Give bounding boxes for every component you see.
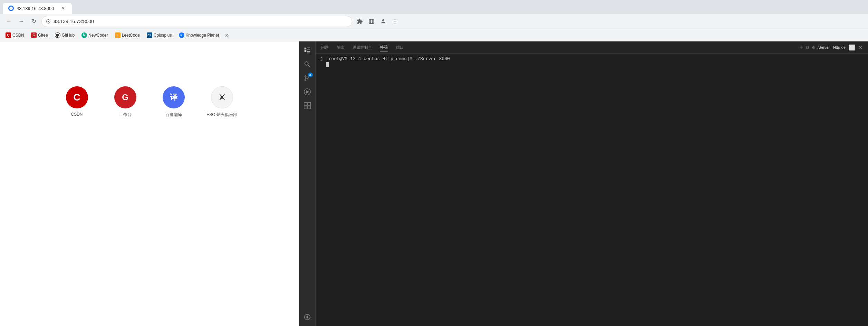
menu-button[interactable] <box>390 17 400 26</box>
svg-point-4 <box>395 19 395 20</box>
svg-point-3 <box>382 19 384 21</box>
lock-icon <box>46 19 51 24</box>
shortcut-eso-label: ESO 炉火俱乐部 <box>206 112 237 118</box>
tab-problems-label: 问题 <box>321 45 329 49</box>
terminal-title-text: ./Server - Http-de <box>817 45 846 49</box>
newcoder-favicon: N <box>81 32 87 38</box>
bookmark-newcoder[interactable]: N NewCoder <box>79 31 111 39</box>
svg-rect-12 <box>307 103 310 105</box>
svg-rect-1 <box>369 19 374 23</box>
svg-point-5 <box>395 21 395 21</box>
main-content: C CSDN G 工作台 译 百度翻译 ⚔ ESO 炉火俱乐部 <box>0 41 868 326</box>
bookmark-kplanet-label: Knowledge Planet <box>186 33 219 38</box>
terminal-cursor-spacer <box>320 63 323 66</box>
split-terminal-button[interactable]: ⧉ <box>806 45 809 50</box>
toolbar-actions <box>355 17 400 26</box>
svg-point-6 <box>395 23 395 23</box>
browser-toolbar: ← → ↻ 43.139.16.73:8000 <box>0 14 868 29</box>
svg-point-9 <box>305 76 306 77</box>
tab-output[interactable]: 输出 <box>337 44 345 51</box>
browser-page: C CSDN G 工作台 译 百度翻译 ⚔ ESO 炉火俱乐部 <box>0 41 299 326</box>
bookmark-github[interactable]: GitHub <box>52 31 77 39</box>
forward-button[interactable]: → <box>17 17 26 26</box>
browser-chrome: 43.139.16.73:8000 ✕ ← → ↻ 43.139.16.73:8… <box>0 0 868 41</box>
activity-icon-extensions[interactable] <box>301 99 314 112</box>
svg-point-7 <box>305 79 306 81</box>
bookmark-newcoder-label: NewCoder <box>88 33 108 38</box>
leetcode-favicon: L <box>115 32 120 38</box>
vscode-activity-bar: 3 <box>299 41 316 326</box>
shortcut-baidu[interactable]: 译 百度翻译 <box>153 83 194 121</box>
vscode-main: 问题 输出 调试控制台 终端 端口 + ⧉ ⊙ <box>316 41 868 326</box>
source-control-badge: 3 <box>308 73 313 77</box>
terminal-cursor <box>326 62 329 67</box>
tab-close-button[interactable]: ✕ <box>60 5 66 11</box>
cplusplus-favicon: C+ <box>147 32 152 38</box>
tab-favicon <box>8 6 14 11</box>
new-terminal-button[interactable]: + <box>799 44 803 51</box>
tab-terminal-label: 终端 <box>380 45 388 49</box>
csdn-favicon: C <box>6 32 11 38</box>
reload-button[interactable]: ↻ <box>29 17 39 26</box>
bookmark-cplusplus-label: Cplusplus <box>154 33 172 38</box>
active-tab[interactable]: 43.139.16.73:8000 ✕ <box>3 3 72 14</box>
tab-debug-console-label: 调试控制台 <box>353 45 372 49</box>
bookmarks-bar: C CSDN G Gitee GitHub N NewCoder L LeetC… <box>0 29 868 41</box>
terminal-indicator <box>320 57 323 61</box>
activity-icon-explorer[interactable] <box>301 44 314 57</box>
url-text: 43.139.16.73:8000 <box>54 19 348 24</box>
shortcut-eso[interactable]: ⚔ ESO 炉火俱乐部 <box>201 83 243 121</box>
bookmark-csdn-label: CSDN <box>12 33 24 38</box>
shortcut-csdn[interactable]: C CSDN <box>56 83 98 121</box>
svg-rect-13 <box>304 106 307 109</box>
bookmarks-more-button[interactable]: » <box>223 30 231 40</box>
shortcut-eso-icon: ⚔ <box>211 86 233 108</box>
shortcut-csdn-label: CSDN <box>71 112 83 117</box>
new-tab-page: C CSDN G 工作台 译 百度翻译 ⚔ ESO 炉火俱乐部 <box>0 41 299 326</box>
shortcut-gwork[interactable]: G 工作台 <box>105 83 146 121</box>
svg-rect-2 <box>370 19 373 23</box>
tab-output-label: 输出 <box>337 45 345 49</box>
shortcut-baidu-label: 百度翻译 <box>165 112 182 118</box>
terminal-line-1: [root@VM-12-4-centos Http-demo]# ./Serve… <box>320 56 864 61</box>
kplanet-favicon: K <box>179 32 184 38</box>
terminal-line-2 <box>320 62 864 67</box>
tab-ports[interactable]: 端口 <box>396 44 404 51</box>
svg-rect-11 <box>304 103 307 105</box>
tab-problems[interactable]: 问题 <box>321 44 329 51</box>
bookmark-github-label: GitHub <box>62 33 75 38</box>
tab-bar: 43.139.16.73:8000 ✕ <box>0 0 868 14</box>
profile-button[interactable] <box>378 17 388 26</box>
vscode-terminal[interactable]: [root@VM-12-4-centos Http-demo]# ./Serve… <box>316 54 868 326</box>
tab-debug-console[interactable]: 调试控制台 <box>353 44 372 51</box>
terminal-prompt: [root@VM-12-4-centos Http-demo]# ./Serve… <box>326 56 450 61</box>
bookmark-kplanet[interactable]: K Knowledge Planet <box>176 31 222 39</box>
bookmark-gitee[interactable]: G Gitee <box>28 31 51 39</box>
shortcut-baidu-icon: 译 <box>163 86 185 108</box>
tab-terminal[interactable]: 终端 <box>380 43 388 51</box>
address-bar[interactable]: 43.139.16.73:8000 <box>41 16 352 27</box>
shortcut-gwork-icon: G <box>114 86 136 108</box>
bookmark-leetcode[interactable]: L LeetCode <box>112 31 143 39</box>
gitee-favicon: G <box>31 32 37 38</box>
window-toggle-button[interactable] <box>367 17 376 26</box>
close-panel-button[interactable]: ✕ <box>858 44 862 51</box>
shortcut-gwork-label: 工作台 <box>119 112 132 118</box>
extensions-button[interactable] <box>355 17 365 26</box>
vscode-panel-tabs: 问题 输出 调试控制台 终端 端口 + ⧉ ⊙ <box>316 41 868 54</box>
terminal-title: ⊙ ./Server - Http-de <box>812 45 846 50</box>
activity-icon-remote[interactable] <box>301 311 314 323</box>
back-button[interactable]: ← <box>4 17 14 26</box>
bookmark-gitee-label: Gitee <box>38 33 48 38</box>
tab-ports-label: 端口 <box>396 45 404 49</box>
bookmark-cplusplus[interactable]: C+ Cplusplus <box>144 31 175 39</box>
tab-title: 43.139.16.73:8000 <box>17 6 54 11</box>
shortcuts-grid: C CSDN G 工作台 译 百度翻译 ⚔ ESO 炉火俱乐部 <box>56 83 243 121</box>
bookmark-csdn[interactable]: C CSDN <box>3 31 27 39</box>
maximize-panel-button[interactable]: ⬜ <box>848 44 855 51</box>
activity-icon-search[interactable] <box>301 58 314 70</box>
vscode-panel: 3 问题 输出 调试控 <box>299 41 868 326</box>
activity-icon-source-control[interactable]: 3 <box>301 72 314 84</box>
activity-icon-run-debug[interactable] <box>301 86 314 98</box>
svg-rect-14 <box>307 106 310 109</box>
